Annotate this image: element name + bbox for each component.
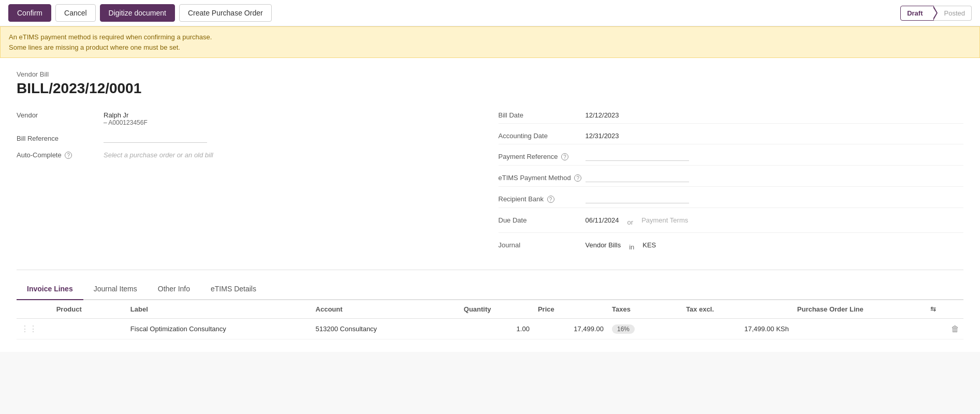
confirm-button[interactable]: Confirm [8,4,51,22]
bill-ref-label: Bill Reference [17,132,99,142]
vendor-label: Vendor [17,109,99,119]
cancel-button[interactable]: Cancel [55,4,96,22]
main-content: Vendor Bill BILL/2023/12/0001 Vendor Ral… [0,58,980,352]
in-text: in [629,241,634,251]
row-product[interactable] [52,319,126,339]
invoice-table: Product Label Account Quantity Price Tax… [17,300,963,339]
recipient-bank-label: Recipient Bank ? [499,193,581,203]
th-actions: ⇆ [926,300,963,319]
alert-line2: Some lines are missing a product where o… [9,42,971,53]
or-text: or [627,216,634,226]
bill-date-value[interactable]: 12/12/2023 [586,109,619,119]
row-label[interactable]: Fiscal Optimization Consultancy [126,319,312,339]
accounting-date-row: Accounting Date 12/31/2023 [499,130,964,144]
bill-date-row: Bill Date 12/12/2023 [499,109,964,124]
tab-journal-items[interactable]: Journal Items [83,278,148,300]
row-tax-excl[interactable]: 17,499.00 KSh [682,319,793,339]
tab-etims-details[interactable]: eTIMS Details [200,278,267,300]
due-date-value[interactable]: 06/11/2024 [586,214,619,224]
auto-complete-label: Auto-Complete ? [17,149,99,159]
etims-label: eTIMS Payment Method ? [499,172,582,182]
vendor-id: – A000123456F [104,119,148,126]
accounting-date-label: Accounting Date [499,130,581,140]
payment-ref-help-icon[interactable]: ? [561,153,568,160]
auto-complete-input[interactable]: Select a purchase order or an old bill [104,149,213,159]
row-price[interactable]: 17,499.00 [534,319,608,339]
row-po-line[interactable] [793,319,927,339]
create-po-button[interactable]: Create Purchase Order [179,4,272,22]
th-account: Account [312,300,460,319]
tab-other-info[interactable]: Other Info [148,278,200,300]
payment-ref-input[interactable] [586,151,689,161]
vendor-name: Ralph Jr [104,111,148,119]
auto-complete-row: Auto-Complete ? Select a purchase order … [17,149,482,159]
digitize-button[interactable]: Digitize document [100,4,175,22]
th-label: Label [126,300,312,319]
vendor-row: Vendor Ralph Jr – A000123456F [17,109,482,126]
table-row: ⋮⋮ Fiscal Optimization Consultancy 51320… [17,319,963,339]
th-quantity: Quantity [460,300,534,319]
th-drag [17,300,52,319]
toolbar: Confirm Cancel Digitize document Create … [0,0,980,26]
recipient-bank-row: Recipient Bank ? [499,193,964,208]
row-quantity[interactable]: 1.00 [460,319,534,339]
form-grid: Vendor Ralph Jr – A000123456F Bill Refer… [17,109,963,257]
etims-input[interactable] [586,172,689,182]
payment-ref-label: Payment Reference ? [499,151,581,160]
doc-title: BILL/2023/12/0001 [17,80,963,97]
status-breadcrumb: Draft Posted [900,6,972,21]
delete-icon[interactable]: 🗑 [951,324,959,333]
currency-value: KES [642,239,656,249]
th-taxes: Taxes [608,300,682,319]
form-left: Vendor Ralph Jr – A000123456F Bill Refer… [17,109,482,257]
alert-banner: An eTIMS payment method is required when… [0,26,980,58]
journal-value[interactable]: Vendor Bills [586,239,621,249]
bill-date-label: Bill Date [499,109,581,119]
row-taxes[interactable]: 16% [608,319,682,339]
bill-ref-row: Bill Reference [17,132,482,143]
th-po-line: Purchase Order Line [793,300,927,319]
payment-ref-row: Payment Reference ? [499,151,964,166]
auto-complete-help-icon[interactable]: ? [65,152,72,159]
journal-label: Journal [499,239,581,249]
status-draft[interactable]: Draft [900,6,933,21]
tab-invoice-lines[interactable]: Invoice Lines [17,278,83,300]
doc-type-label: Vendor Bill [17,70,963,78]
status-posted[interactable]: Posted [934,6,972,21]
etims-row: eTIMS Payment Method ? [499,172,964,187]
th-price: Price [534,300,608,319]
due-date-label: Due Date [499,214,581,224]
row-drag-handle[interactable]: ⋮⋮ [17,319,52,339]
recipient-bank-help-icon[interactable]: ? [547,196,554,203]
etims-help-icon[interactable]: ? [574,174,581,182]
table-settings-icon[interactable]: ⇆ [930,305,936,313]
bill-ref-input[interactable] [104,132,207,143]
alert-line1: An eTIMS payment method is required when… [9,32,971,42]
section-divider [17,270,963,270]
journal-row: Journal Vendor Bills in KES [499,239,964,257]
form-right: Bill Date 12/12/2023 Accounting Date 12/… [499,109,964,257]
recipient-bank-input[interactable] [586,193,689,203]
due-date-row: Due Date 06/11/2024 or Payment Terms [499,214,964,233]
row-delete[interactable]: 🗑 [926,319,963,339]
th-product: Product [52,300,126,319]
th-tax-excl: Tax excl. [682,300,793,319]
tax-badge: 16% [612,324,635,334]
vendor-value: Ralph Jr – A000123456F [104,109,148,126]
accounting-date-value[interactable]: 12/31/2023 [586,130,619,140]
tabs-container: Invoice Lines Journal Items Other Info e… [17,278,963,300]
payment-terms-placeholder[interactable]: Payment Terms [641,214,688,224]
row-account[interactable]: 513200 Consultancy [312,319,460,339]
